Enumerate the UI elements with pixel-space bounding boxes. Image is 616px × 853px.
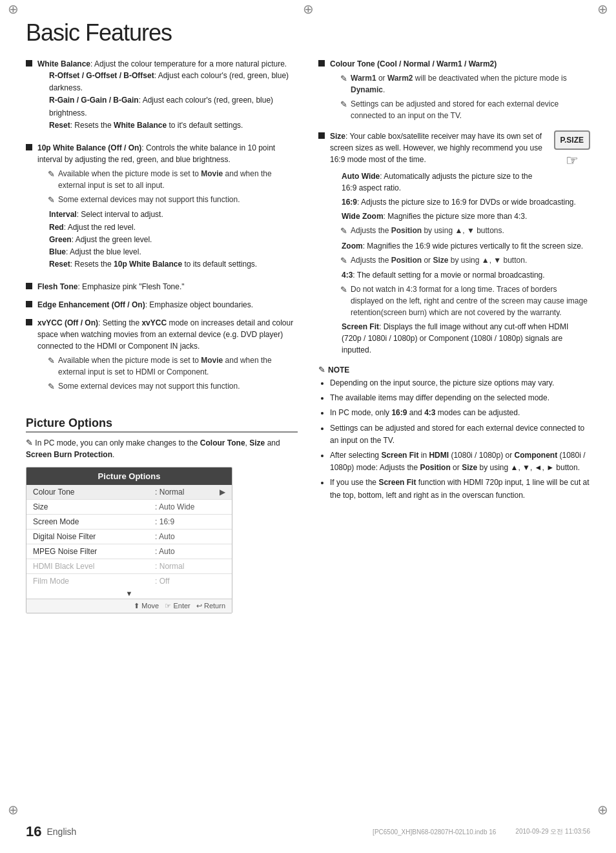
bullet-square	[26, 144, 32, 150]
size-option: Screen Fit: Displays the full image with…	[342, 321, 590, 356]
table-row: Digital Noise Filter : Auto	[26, 529, 232, 544]
bullet-square	[26, 301, 32, 307]
size-option: Auto Wide: Automatically adjusts the pic…	[342, 170, 590, 194]
note-item: ✎ Do not watch in 4:3 format for a long …	[340, 283, 590, 318]
pencil-icon: ✎	[48, 355, 55, 367]
note-item: ✎ Adjusts the Position or Size by using …	[340, 254, 590, 267]
note-text: Adjusts the Position or Size by using ▲,…	[351, 254, 527, 266]
section-title: Picture Options	[26, 416, 298, 433]
list-item: xvYCC (Off / On): Setting the xvYCC mode…	[26, 317, 298, 396]
note-item: ✎ Warm1 or Warm2 will be deactivated whe…	[340, 72, 590, 96]
row-value: : Auto	[149, 529, 232, 544]
row-value: : Off	[149, 574, 232, 589]
size-option: 16:9: Adjusts the picture size to 16:9 f…	[342, 196, 590, 208]
note-item: ✎ Some external devices may not support …	[48, 380, 298, 393]
sub-item: Green: Adjust the green level.	[49, 234, 298, 246]
reg-mark-bl: ⊕	[8, 802, 19, 817]
picture-options-section: Picture Options ✎ In PC mode, you can on…	[26, 402, 298, 614]
size-options: Auto Wide: Automatically adjusts the pic…	[330, 170, 590, 356]
pencil-icon: ✎	[340, 72, 347, 85]
note-label: NOTE	[328, 365, 349, 375]
pencil-icon: ✎	[26, 438, 33, 447]
sub-item: Interval: Select interval to adjust.	[49, 209, 298, 221]
item-label: Size	[330, 132, 345, 141]
item-content: P.SIZE ☞ Size: Your cable box/satellite …	[330, 130, 590, 358]
list-item: 10p White Balance (Off / On): Controls t…	[26, 142, 298, 274]
note-item: ✎ Some external devices may not support …	[48, 194, 298, 207]
reg-mark-br: ⊕	[597, 802, 608, 817]
item-content: 10p White Balance (Off / On): Controls t…	[37, 142, 298, 274]
item-text: : Emphasize object boundaries.	[145, 300, 253, 309]
options-table: Colour Tone : Normal ▶ Size : Auto Wide …	[26, 485, 232, 588]
item-text: : Emphasize pink "Flesh Tone."	[77, 282, 184, 291]
table-row: Size : Auto Wide	[26, 500, 232, 515]
item-content: Colour Tone (Cool / Normal / Warm1 / War…	[330, 58, 590, 124]
table-header: Picture Options	[26, 468, 232, 485]
pencil-icon: ✎	[48, 380, 55, 393]
hand-icon: ☞	[554, 150, 590, 171]
bullet-square	[26, 60, 32, 67]
left-column: White Balance: Adjust the colour tempera…	[26, 58, 298, 613]
note-list-item: Settings can be adjusted and stored for …	[330, 422, 590, 447]
note-text: Settings can be adjusted and stored for …	[351, 98, 590, 121]
item-label: xvYCC (Off / On)	[37, 318, 98, 327]
note-text: Available when the picture mode is set t…	[58, 355, 298, 378]
page-language: English	[46, 827, 76, 837]
note-list-item: Depending on the input source, the pictu…	[330, 377, 590, 389]
psize-label: P.SIZE	[554, 130, 590, 150]
reg-mark-tr: ⊕	[597, 1, 608, 17]
scroll-down-indicator: ▼	[26, 588, 232, 599]
row-value: : Auto	[149, 544, 232, 559]
list-item: Edge Enhancement (Off / On): Emphasize o…	[26, 299, 298, 311]
note-text: Do not watch in 4:3 format for a long ti…	[351, 283, 590, 318]
note-section: ✎ NOTE Depending on the input source, th…	[318, 365, 590, 502]
note-list-item: After selecting Screen Fit in HDMI (1080…	[330, 449, 590, 474]
sub-items: Interval: Select interval to adjust. Red…	[49, 209, 298, 271]
row-value: : Normal	[149, 559, 232, 574]
pencil-icon: ✎	[48, 168, 55, 181]
page-number: 16	[26, 823, 41, 840]
item-content: xvYCC (Off / On): Setting the xvYCC mode…	[37, 317, 298, 396]
sub-items: R-Offset / G-Offset / B-Offset: Adjust e…	[49, 70, 298, 132]
row-label: Size	[26, 500, 149, 515]
right-column: Colour Tone (Cool / Normal / Warm1 / War…	[318, 58, 590, 613]
sub-item: R-Offset / G-Offset / B-Offset: Adjust e…	[49, 70, 298, 94]
pencil-icon: ✎	[340, 254, 347, 267]
note-text: Available when the picture mode is set t…	[58, 168, 298, 191]
row-label: MPEG Noise Filter	[26, 544, 149, 559]
table-nav: ⬆ Move ☞ Enter ↩ Return	[26, 599, 232, 613]
note-item: ✎ Available when the picture mode is set…	[48, 168, 298, 191]
row-label: Film Mode	[26, 574, 149, 589]
picture-options-table: Picture Options Colour Tone : Normal ▶ S…	[26, 467, 232, 613]
item-content: Flesh Tone: Emphasize pink "Flesh Tone."	[37, 281, 298, 293]
footer-date: 2010-09-29 오전 11:03:56	[515, 827, 590, 836]
pencil-icon: ✎	[318, 365, 325, 375]
footer-file: [PC6500_XH]BN68-02807H-02L10.indb 16	[373, 828, 496, 836]
list-item: White Balance: Adjust the colour tempera…	[26, 58, 298, 136]
note-item: ✎ Available when the picture mode is set…	[48, 355, 298, 378]
item-label: Colour Tone (Cool / Normal / Warm1 / War…	[330, 59, 497, 68]
item-text: : Your cable box/satellite receiver may …	[330, 132, 542, 164]
item-label: 10p White Balance (Off / On)	[37, 143, 141, 152]
sub-item: Red: Adjust the red level.	[49, 221, 298, 234]
note-list: Depending on the input source, the pictu…	[330, 377, 590, 502]
table-row: HDMI Black Level : Normal	[26, 559, 232, 574]
pencil-icon: ✎	[340, 98, 347, 111]
table-row: MPEG Noise Filter : Auto	[26, 544, 232, 559]
row-label: HDMI Black Level	[26, 559, 149, 574]
item-text: : Adjust the colour temperature for a mo…	[90, 59, 287, 68]
sub-item: Reset: Resets the 10p White Balance to i…	[49, 258, 298, 271]
item-label: Edge Enhancement (Off / On)	[37, 300, 145, 309]
pencil-icon: ✎	[48, 194, 55, 207]
pencil-icon: ✎	[340, 283, 347, 296]
row-value: : Auto Wide	[149, 500, 232, 515]
note-list-item: If you use the Screen Fit function with …	[330, 477, 590, 501]
row-label: Digital Noise Filter	[26, 529, 149, 544]
bullet-square	[26, 283, 32, 289]
table-row: Film Mode : Off	[26, 574, 232, 589]
note-item: ✎ Adjusts the Position by using ▲, ▼ but…	[340, 225, 590, 238]
note-item: ✎ Settings can be adjusted and stored fo…	[340, 98, 590, 121]
item-label: White Balance	[37, 59, 90, 68]
psize-button: P.SIZE ☞	[554, 130, 590, 171]
table-row: Colour Tone : Normal ▶	[26, 485, 232, 500]
